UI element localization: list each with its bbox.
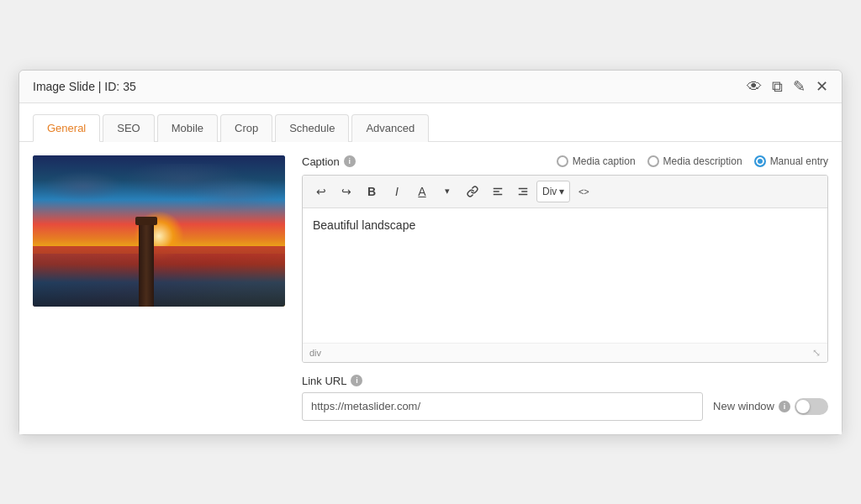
close-icon[interactable]: ✕ <box>816 79 828 94</box>
link-section: Link URL i New window i <box>302 375 828 421</box>
water-reflection <box>33 246 285 307</box>
caption-label: Caption i <box>302 155 356 168</box>
div-dropdown[interactable]: Div ▾ <box>536 181 570 202</box>
link-info-icon[interactable]: i <box>351 375 362 386</box>
align-left-button[interactable] <box>486 181 510 202</box>
div-chevron-icon: ▾ <box>559 186 564 197</box>
link-url-input[interactable] <box>302 392 703 421</box>
italic-button[interactable]: I <box>385 181 409 202</box>
undo-button[interactable]: ↩ <box>309 181 333 202</box>
radio-label-manual-entry: Manual entry <box>770 155 828 167</box>
link-button[interactable] <box>461 181 484 202</box>
modal-container: Image Slide | ID: 35 👁 ⧉ ✎ ✕ General SEO… <box>18 70 843 435</box>
resize-handle-icon[interactable]: ⤡ <box>812 347 821 359</box>
editor-container: ↩ ↪ B I A ▾ <box>302 175 828 363</box>
caption-info-icon[interactable]: i <box>344 155 356 167</box>
editor-text: Beautiful landscape <box>313 218 415 232</box>
radio-label-media-description: Media description <box>663 155 742 167</box>
pier <box>139 223 154 307</box>
link-label: Link URL i <box>302 375 828 387</box>
slide-image <box>33 155 285 307</box>
radio-circle-media-caption <box>557 155 568 167</box>
radio-media-description[interactable]: Media description <box>647 155 742 167</box>
tabs-bar: General SEO Mobile Crop Schedule Advance… <box>19 103 842 142</box>
caption-text: Caption <box>302 155 340 168</box>
radio-manual-entry[interactable]: Manual entry <box>754 155 828 167</box>
tab-crop[interactable]: Crop <box>220 114 272 142</box>
eye-icon[interactable]: 👁 <box>747 79 762 94</box>
edit-icon[interactable]: ✎ <box>793 79 806 94</box>
modal-body: Caption i Media caption Media descriptio… <box>19 142 842 434</box>
new-window-text: New window <box>713 400 774 412</box>
redo-button[interactable]: ↪ <box>335 181 358 202</box>
radio-media-caption[interactable]: Media caption <box>557 155 636 167</box>
underline-button[interactable]: A <box>410 181 434 202</box>
editor-footer: div ⤡ <box>303 343 827 362</box>
modal-title: Image Slide | ID: 35 <box>33 80 136 93</box>
link-row: New window i <box>302 392 828 421</box>
tab-mobile[interactable]: Mobile <box>157 114 218 142</box>
tab-advanced[interactable]: Advanced <box>351 114 429 142</box>
new-window-row: New window i <box>713 398 828 415</box>
caption-header: Caption i Media caption Media descriptio… <box>302 155 828 168</box>
div-label: Div <box>542 186 557 197</box>
bold-button[interactable]: B <box>360 181 383 202</box>
code-button[interactable]: <> <box>572 181 595 202</box>
radio-label-media-caption: Media caption <box>573 155 636 167</box>
tab-seo[interactable]: SEO <box>103 114 154 142</box>
image-panel <box>33 155 285 421</box>
modal-header: Image Slide | ID: 35 👁 ⧉ ✎ ✕ <box>19 71 842 103</box>
right-panel: Caption i Media caption Media descriptio… <box>302 155 828 421</box>
radio-circle-media-description <box>647 155 659 167</box>
new-window-info-icon[interactable]: i <box>779 401 790 412</box>
editor-toolbar: ↩ ↪ B I A ▾ <box>303 176 827 208</box>
editor-tag: div <box>309 348 321 358</box>
tab-schedule[interactable]: Schedule <box>275 114 349 142</box>
new-window-toggle[interactable] <box>795 398 828 415</box>
radio-circle-manual-entry <box>754 155 766 167</box>
link-label-text: Link URL <box>302 375 346 387</box>
radio-group-caption: Media caption Media description Manual e… <box>557 155 828 167</box>
text-color-chevron[interactable]: ▾ <box>436 181 459 202</box>
copy-icon[interactable]: ⧉ <box>772 79 783 94</box>
editor-content[interactable]: Beautiful landscape <box>303 208 827 343</box>
tab-general[interactable]: General <box>33 114 100 142</box>
align-right-button[interactable] <box>511 181 535 202</box>
header-actions: 👁 ⧉ ✎ ✕ <box>747 79 828 94</box>
